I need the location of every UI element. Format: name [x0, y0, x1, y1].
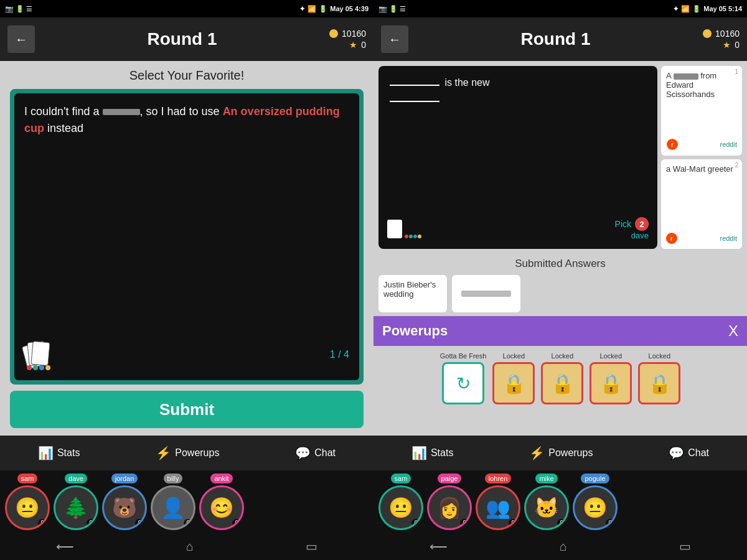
right-content-area: is the new — [374, 61, 747, 436]
powerup-locked-4: Locked 🔒 — [638, 352, 680, 404]
powerup-locked-button-1[interactable]: 🔒 — [492, 362, 535, 404]
player-mike-right: mike 🐱 0 — [524, 474, 569, 530]
highlighted-answer: An oversized pudding cup — [24, 105, 340, 134]
submit-button[interactable]: Submit — [10, 391, 364, 428]
player-avatar-lohren-right: 👥 0 — [476, 485, 520, 530]
powerup-locked-label-3: Locked — [600, 352, 622, 360]
cards-fan-icon — [24, 339, 49, 370]
powerups-title: Powerups — [382, 323, 448, 339]
blank-2 — [390, 101, 439, 102]
android-home-right[interactable]: ⌂ — [560, 539, 567, 554]
color-dot-yellow — [45, 365, 50, 370]
color-dot-blue — [39, 365, 44, 370]
nav-powerups-left[interactable]: ⚡ Powerups — [156, 446, 219, 460]
powerup-locked-label-4: Locked — [649, 352, 670, 360]
powerup-locked-1: Locked 🔒 — [492, 352, 535, 404]
nav-chat-left[interactable]: 💬 Chat — [295, 446, 336, 460]
android-nav-left: ⟵ ⌂ ▭ — [0, 533, 374, 560]
submitted-title: Submitted Answers — [378, 258, 742, 270]
player-score-mike-right: 0 — [557, 519, 566, 527]
white-card-1[interactable]: 1 A from Edward Scissorhands r reddit — [661, 66, 742, 156]
censored-text — [103, 109, 140, 115]
player-avatar-paige-right: 👩 0 — [427, 485, 472, 530]
player-avatar-ankit-left: 😊 0 — [199, 485, 244, 530]
player-name-jordan-left: jordan — [111, 474, 138, 483]
left-content-area: Select Your Favorite! I couldn't find a … — [0, 61, 374, 436]
color-dot-teal — [33, 365, 38, 370]
player-avatar-sam-right: 😐 0 — [378, 485, 423, 530]
star-icon-right: ★ — [723, 40, 731, 50]
powerup-locked-2: Locked 🔒 — [541, 352, 583, 404]
black-card-bottom: Pick 2 dave — [387, 217, 649, 240]
signal-icon-right: 📶 — [681, 5, 690, 13]
lock-icon-4: 🔒 — [648, 373, 671, 394]
player-paige-right: paige 👩 0 — [427, 474, 472, 530]
player-name-dave-left: dave — [65, 474, 87, 483]
lock-icon-2: 🔒 — [551, 373, 574, 394]
back-button-right[interactable]: ← — [381, 26, 408, 53]
reddit-tag-2: reddit — [720, 235, 737, 242]
android-recent-left[interactable]: ▭ — [306, 539, 317, 554]
round-title-right: Round 1 — [408, 29, 703, 49]
signal-icon: 📶 — [308, 5, 316, 13]
nav-stats-right[interactable]: 📊 Stats — [411, 446, 453, 460]
left-phone: 📷 🔋 ☰ ✦ 📶 🔋 May 05 4:39 ← Round 1 10160 … — [0, 0, 374, 560]
top-bar-left: ← Round 1 10160 ★ 0 — [0, 17, 374, 61]
player-avatar-sam-left: 😐 0 — [5, 485, 50, 530]
player-sam-left: sam 😐 0 — [5, 474, 50, 530]
player-name-pogule-right: pogule — [581, 474, 609, 483]
reddit-logo-1: r — [666, 138, 679, 151]
right-phone: 📷 🔋 ☰ ✦ 📶 🔋 May 05 5:14 ← Round 1 10160 … — [374, 0, 747, 560]
nav-stats-left[interactable]: 📊 Stats — [38, 446, 80, 460]
player-name-paige-right: paige — [438, 474, 462, 483]
powerups-icon-left: ⚡ — [156, 446, 171, 460]
judge-label: dave — [615, 231, 649, 240]
status-icons-left: 📷 🔋 ☰ — [5, 5, 32, 13]
pick-label: Pick — [615, 219, 631, 229]
time-left: May 05 4:39 — [330, 5, 369, 12]
color-dot-red — [27, 365, 32, 370]
android-back-right[interactable]: ⟵ — [430, 539, 448, 554]
player-jordan-left: jordan 🐻 0 — [102, 474, 147, 530]
android-recent-right[interactable]: ▭ — [679, 539, 691, 554]
player-avatar-dave-left: 🌲 0 — [54, 485, 98, 530]
white-card-2[interactable]: 2 a Wal-Mart greeter r reddit — [661, 159, 742, 249]
player-score-pogule-right: 0 — [606, 519, 614, 527]
refresh-icon: ↻ — [456, 373, 471, 394]
blank-1 — [390, 85, 439, 86]
player-avatar-pogule-right: 😐 0 — [573, 485, 618, 530]
powerup-locked-button-3[interactable]: 🔒 — [590, 362, 632, 404]
white-card-icon — [387, 220, 402, 238]
top-bar-right: ← Round 1 10160 ★ 0 — [374, 17, 747, 61]
pick-number: 2 — [635, 217, 649, 231]
nav-chat-right[interactable]: 💬 Chat — [669, 446, 709, 460]
powerup-fresh-button[interactable]: ↻ — [442, 362, 484, 404]
player-name-billy-left: billy — [164, 474, 183, 483]
player-sam-right: sam 😐 0 — [378, 474, 423, 530]
nav-powerups-right[interactable]: ⚡ Powerups — [529, 446, 593, 460]
white-card-2-text: a Wal-Mart greeter — [666, 164, 737, 174]
android-home-left[interactable]: ⌂ — [186, 539, 194, 554]
round-title-left: Round 1 — [35, 29, 329, 49]
scores-right: 10160 ★ 0 — [703, 29, 740, 50]
android-nav-right: ⟵ ⌂ ▭ — [374, 533, 747, 560]
coin-icon-right — [703, 29, 712, 38]
android-back-left[interactable]: ⟵ — [56, 539, 74, 554]
player-name-ankit-left: ankit — [210, 474, 232, 483]
select-title: Select Your Favorite! — [129, 68, 245, 83]
lock-icon-1: 🔒 — [502, 373, 525, 394]
stats-icon-right: 📊 — [411, 446, 427, 460]
powerups-close-button[interactable]: X — [728, 322, 738, 340]
submitted-card-1[interactable]: Justin Bieber's wedding — [378, 275, 447, 312]
coin-icon-left — [329, 29, 338, 38]
powerup-locked-button-2[interactable]: 🔒 — [541, 362, 583, 404]
powerup-locked-button-4[interactable]: 🔒 — [638, 362, 680, 404]
back-button-left[interactable]: ← — [7, 26, 35, 53]
answer-card-container[interactable]: I couldn't find a , so I had to use An o… — [10, 89, 364, 385]
card-num-2: 2 — [735, 162, 738, 169]
status-icons-right: 📷 🔋 ☰ — [378, 5, 406, 13]
bluetooth-icon-right: ✦ — [673, 5, 679, 13]
powerup-locked-3: Locked 🔒 — [590, 352, 632, 404]
answer-card-inner: I couldn't find a , so I had to use An o… — [14, 93, 359, 380]
submitted-card-2[interactable] — [452, 275, 520, 312]
